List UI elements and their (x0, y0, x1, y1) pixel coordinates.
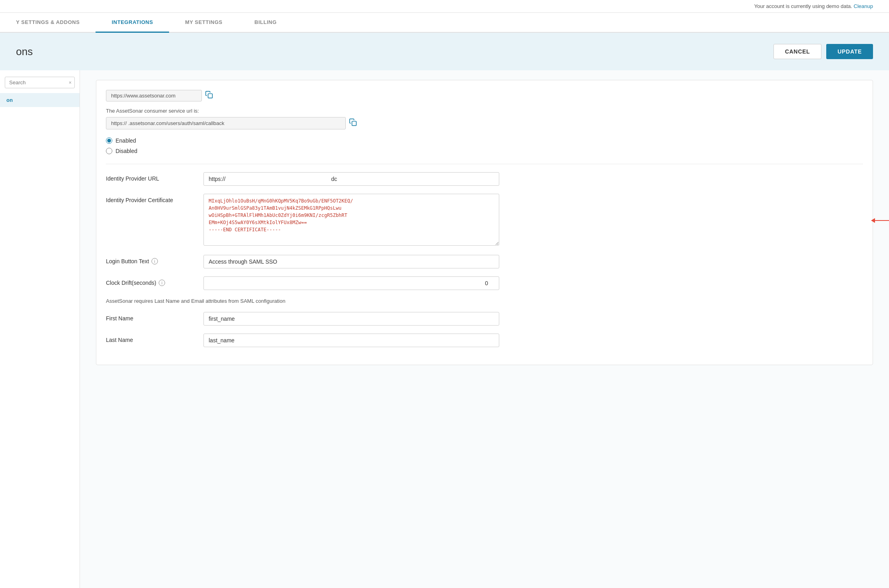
enabled-radio[interactable] (106, 137, 112, 144)
identity-provider-cert-textarea[interactable]: MIxqLjOhlo1OuBsH/qMnG0hKQpMV5Kq7Bo9uGb/E… (203, 194, 499, 246)
identity-provider-url-input-container (203, 172, 499, 186)
identity-provider-cert-input-container: MIxqLjOhlo1OuBsH/qMnG0hKQpMV5Kq7Bo9uGb/E… (203, 194, 499, 247)
sidebar: × on (0, 70, 80, 588)
sidebar-search-container: × (5, 77, 75, 88)
page-header: ons CANCEL UPDATE (0, 33, 889, 70)
sidebar-item-integration[interactable]: on (0, 93, 80, 107)
clock-drift-input[interactable] (203, 276, 499, 290)
login-button-text-row: Login Button Text i (106, 255, 863, 268)
login-button-text-label: Login Button Text i (106, 255, 194, 264)
first-name-input[interactable] (203, 312, 499, 326)
requirement-note: AssetSonar requires Last Name and Email … (106, 298, 863, 304)
last-name-row: Last Name (106, 334, 863, 347)
copy-assetsonar-url-icon[interactable] (205, 91, 213, 101)
svg-rect-1 (352, 121, 357, 126)
last-name-input[interactable] (203, 334, 499, 347)
clock-drift-info-icon[interactable]: i (159, 280, 165, 286)
identity-provider-cert-label: Identity Provider Certificate (106, 194, 194, 203)
assetsonar-url-row: https://www.assetsonar.com (106, 90, 863, 101)
main-content: https://www.assetsonar.com The AssetSona… (80, 70, 889, 588)
arrow-line (875, 220, 889, 221)
clock-drift-label: Clock Drift(seconds) i (106, 276, 194, 286)
clear-search-icon[interactable]: × (69, 80, 72, 85)
sidebar-search-input[interactable] (5, 77, 75, 88)
first-name-input-container (203, 312, 499, 326)
tab-settings-addons[interactable]: Y SETTINGS & ADDONS (0, 13, 96, 33)
cert-arrow-annotation (871, 218, 889, 223)
identity-provider-url-input[interactable] (203, 172, 499, 186)
disabled-label: Disabled (116, 148, 137, 154)
demo-notification-bar: Your account is currently using demo dat… (0, 0, 889, 13)
last-name-input-container (203, 334, 499, 347)
tab-my-settings[interactable]: MY SETTINGS (169, 13, 239, 33)
copy-consumer-url-icon[interactable] (349, 118, 357, 128)
consumer-url-row: https:// .assetsonar.com/users/auth/saml… (106, 117, 863, 129)
consumer-url-box: https:// .assetsonar.com/users/auth/saml… (106, 117, 346, 129)
assetsonar-url-box: https://www.assetsonar.com (106, 90, 202, 101)
cancel-button[interactable]: CANCEL (773, 44, 822, 59)
status-radio-group: Enabled Disabled (106, 137, 863, 154)
cleanup-link[interactable]: Cleanup (854, 3, 873, 9)
consumer-service-url-label: The AssetSonar consumer service url is: (106, 108, 863, 114)
login-button-text-input-container (203, 255, 499, 268)
identity-provider-url-label: Identity Provider URL (106, 172, 194, 182)
tab-integrations[interactable]: INTEGRATIONS (96, 13, 169, 33)
svg-rect-0 (208, 94, 213, 98)
header-actions: CANCEL UPDATE (773, 44, 873, 59)
form-section: https://www.assetsonar.com The AssetSona… (96, 80, 873, 365)
nav-tabs: Y SETTINGS & ADDONS INTEGRATIONS MY SETT… (0, 13, 889, 33)
clock-drift-row: Clock Drift(seconds) i (106, 276, 863, 290)
login-button-text-info-icon[interactable]: i (151, 258, 158, 264)
disabled-option[interactable]: Disabled (106, 148, 863, 154)
enabled-option[interactable]: Enabled (106, 137, 863, 144)
demo-message: Your account is currently using demo dat… (754, 3, 852, 9)
disabled-radio[interactable] (106, 148, 112, 154)
tab-billing[interactable]: BILLING (239, 13, 293, 33)
update-button[interactable]: UPDATE (826, 44, 873, 59)
arrow-head-icon (871, 218, 875, 223)
identity-provider-cert-row: Identity Provider Certificate MIxqLjOhlo… (106, 194, 863, 247)
first-name-label: First Name (106, 312, 194, 322)
last-name-label: Last Name (106, 334, 194, 343)
enabled-label: Enabled (116, 137, 136, 144)
first-name-row: First Name (106, 312, 863, 326)
clock-drift-input-container (203, 276, 499, 290)
section-divider (106, 164, 863, 164)
page-title: ons (16, 46, 33, 58)
identity-provider-url-row: Identity Provider URL (106, 172, 863, 186)
layout: × on https://www.assetsonar.com The Asse… (0, 70, 889, 588)
login-button-text-input[interactable] (203, 255, 499, 268)
